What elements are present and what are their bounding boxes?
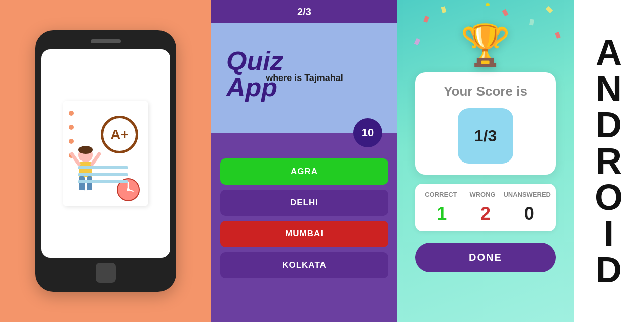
phone-speaker [91, 39, 121, 43]
correct-value: 1 [420, 203, 464, 224]
svg-line-4 [92, 154, 99, 164]
stats-table: CORRECT WRONG UNANSWERED 1 2 0 [415, 184, 556, 231]
paper-illustration: A+ [63, 101, 148, 206]
svg-line-3 [72, 154, 79, 164]
svg-point-7 [77, 190, 86, 195]
stats-values-row: 1 2 0 [420, 203, 551, 224]
answer-delhi[interactable]: DELHI [220, 190, 388, 216]
paper-line [78, 173, 128, 176]
phone-home-button [96, 263, 116, 283]
svg-point-8 [86, 190, 94, 195]
paper-hole [69, 111, 74, 116]
android-section: A N D R O I D [574, 0, 644, 322]
score-section: 🏆 Your Score is 1/3 CORRECT WRONG UNANSW… [397, 0, 574, 322]
score-title: Your Score is [444, 84, 527, 99]
score-value: 1/3 [458, 108, 513, 164]
phone-screen: A+ [41, 49, 170, 258]
quiz-answers: AGRA DELHI MUMBAI KOLKATA [211, 133, 397, 284]
quiz-question-text: where is Tajmahal [256, 63, 353, 94]
quiz-progress: 2/3 [211, 0, 397, 23]
done-button[interactable]: DONE [415, 243, 556, 272]
answer-kolkata[interactable]: KOLKATA [220, 252, 388, 278]
unanswered-value: 0 [507, 203, 551, 224]
quiz-section: 2/3 where is Tajmahal Quiz App 10 AGRA D… [211, 0, 397, 322]
correct-label: CORRECT [420, 191, 462, 198]
android-letter-o: O [595, 179, 623, 215]
android-letter-d2: D [596, 252, 622, 288]
phone-frame: A+ [35, 30, 176, 292]
paper-line [78, 180, 128, 183]
quiz-question-area: where is Tajmahal Quiz App 10 [211, 23, 397, 133]
svg-point-1 [78, 146, 93, 154]
android-letter-r: R [596, 143, 622, 179]
paper-hole [69, 125, 74, 130]
android-letter-n: N [596, 70, 622, 107]
trophy-icon: 🏆 [460, 25, 511, 65]
quiz-timer-badge: 10 [353, 118, 382, 147]
paper-lines [78, 166, 128, 183]
android-letter-d: D [596, 107, 622, 143]
paper-hole [69, 139, 74, 144]
trophy-area: 🏆 [397, 5, 574, 65]
stats-header-row: CORRECT WRONG UNANSWERED [420, 191, 551, 198]
wrong-value: 2 [464, 203, 508, 224]
score-card: Your Score is 1/3 [415, 72, 556, 175]
phone-section: A+ [0, 0, 211, 322]
paper-line [78, 166, 128, 169]
android-letter-a: A [596, 34, 622, 70]
answer-agra[interactable]: AGRA [220, 158, 388, 185]
android-letter-i: I [604, 215, 614, 252]
unanswered-label: UNANSWERED [503, 191, 551, 198]
grade-circle: A+ [101, 116, 138, 153]
answer-mumbai[interactable]: MUMBAI [220, 221, 388, 247]
wrong-label: WRONG [462, 191, 504, 198]
